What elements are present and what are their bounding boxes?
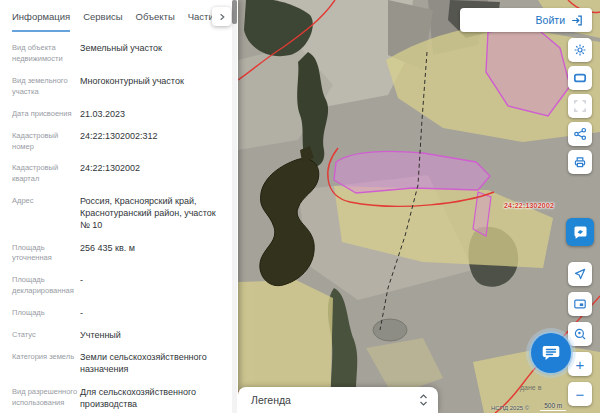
attribute-label: Площадь уточненная — [12, 242, 80, 265]
zoom-in-button[interactable]: + — [568, 352, 592, 376]
attribute-row: Вид земельного участкаМногоконтурный уча… — [12, 75, 224, 98]
attribute-row: Вид объекта недвижимостиЗемельный участо… — [12, 42, 224, 65]
attribute-label: Кадастровый номер — [12, 130, 80, 153]
attribute-row: Площадь- — [12, 307, 224, 319]
minimap-icon — [573, 297, 587, 311]
attribute-value: Многоконтурный участок — [80, 75, 184, 98]
attribute-value: Для сельскохозяйственного производства — [80, 386, 224, 410]
pond-shape — [373, 319, 407, 341]
map-notes-button[interactable] — [566, 218, 594, 246]
tab-scroll-right-button[interactable] — [212, 7, 231, 26]
zoom-out-button[interactable]: − — [568, 382, 592, 406]
attribute-label: Вид объекта недвижимости — [12, 42, 80, 65]
attribute-label: Статус — [12, 329, 80, 341]
fullscreen-button[interactable] — [568, 94, 592, 118]
attribute-value: 21.03.2023 — [80, 108, 125, 120]
attribute-label: Кадастровый квартал — [12, 162, 80, 185]
login-label: Войти — [536, 14, 565, 26]
search-area-icon — [573, 327, 587, 341]
attribute-row: Площадь уточненная256 435 кв. м — [12, 242, 224, 265]
attribute-value: 24:22:1302002 — [80, 162, 140, 185]
attribute-row: Вид разрешенного использованияДля сельск… — [12, 386, 224, 410]
gear-icon — [573, 43, 587, 57]
attribute-label: Площадь декларированная — [12, 274, 80, 297]
attribute-value: Россия, Красноярский край, Краснотуранск… — [80, 195, 224, 231]
overview-map-button[interactable] — [568, 292, 592, 316]
attribute-row: АдресРоссия, Красноярский край, Красноту… — [12, 195, 224, 231]
attribute-label: Вид земельного участка — [12, 75, 80, 98]
panel-scrollbar[interactable] — [232, 0, 237, 413]
app-window: Информация Сервисы Объекты Части ЗУ Сост… — [0, 0, 600, 413]
card-icon — [573, 71, 587, 85]
attribute-value: Учтенный — [80, 329, 121, 341]
chevron-right-icon — [218, 13, 226, 21]
find-parcel-button[interactable] — [568, 322, 592, 346]
zoom-in-label: + — [576, 357, 585, 372]
cadastral-quarter-label[interactable]: 24:22:1302002 — [504, 202, 554, 209]
attribute-row: Кадастровый номер24:22:1302002:312 — [12, 130, 224, 153]
print-button[interactable] — [568, 150, 592, 174]
tab-bar: Информация Сервисы Объекты Части ЗУ Сост — [0, 0, 238, 32]
legend-title: Легенда — [251, 394, 291, 406]
login-button[interactable]: Войти — [460, 8, 592, 32]
zoom-out-label: − — [576, 387, 585, 402]
info-panel: Информация Сервисы Объекты Части ЗУ Сост… — [0, 0, 238, 413]
locate-button[interactable] — [568, 262, 592, 286]
attribute-label: Дата присвоения — [12, 108, 80, 120]
chat-bubble-icon — [541, 343, 561, 363]
attribute-row: Площадь декларированная- — [12, 274, 224, 297]
legend-collapse-control[interactable] — [419, 393, 428, 407]
attribute-value: Земельный участок — [80, 42, 162, 65]
fullscreen-icon — [573, 99, 587, 113]
attribute-label: Площадь — [12, 307, 80, 319]
tab-objects[interactable]: Объекты — [136, 11, 175, 32]
attribute-row: Дата присвоения21.03.2023 — [12, 108, 224, 120]
attribute-value: - — [80, 274, 83, 297]
attribute-row: Категория земельЗемли сельскохозяйственн… — [12, 351, 224, 375]
chat-button[interactable] — [531, 333, 571, 373]
base-layer-button[interactable] — [568, 66, 592, 90]
map-place-label: дане в — [520, 384, 541, 391]
map-bubble-icon — [572, 224, 588, 240]
attribute-row: Кадастровый квартал24:22:1302002 — [12, 162, 224, 185]
legend-bar[interactable]: Легенда — [238, 387, 438, 413]
login-arrow-icon — [570, 14, 583, 27]
settings-button[interactable] — [568, 38, 592, 62]
attribute-value: 256 435 кв. м — [80, 242, 135, 265]
attribute-value: 24:22:1302002:312 — [80, 130, 158, 153]
tab-services[interactable]: Сервисы — [83, 11, 122, 32]
attribute-row: СтатусУчтенный — [12, 329, 224, 341]
map-area[interactable]: 24:22:1302002 дане в Войти — [238, 0, 600, 413]
tab-information[interactable]: Информация — [12, 11, 70, 32]
attribute-list: Вид объекта недвижимостиЗемельный участо… — [0, 32, 238, 413]
chevron-up-down-icon — [419, 393, 428, 407]
attribute-label: Категория земель — [12, 351, 80, 375]
share-button[interactable] — [568, 122, 592, 146]
map-scale-label: 500 m — [540, 402, 566, 411]
map-attribution: НСПД 2025 © — [491, 405, 529, 411]
attribute-value: - — [80, 307, 83, 319]
scrollbar-thumb[interactable] — [232, 0, 237, 24]
attribute-label: Вид разрешенного использования — [12, 386, 80, 410]
attribute-value: Земли сельскохозяйственного назначения — [80, 351, 224, 375]
attribute-label: Адрес — [12, 195, 80, 231]
share-icon — [573, 127, 587, 141]
printer-icon — [573, 155, 587, 169]
map-footer: НСПД 2025 © 500 m — [491, 402, 566, 411]
navigation-arrow-icon — [573, 267, 587, 281]
